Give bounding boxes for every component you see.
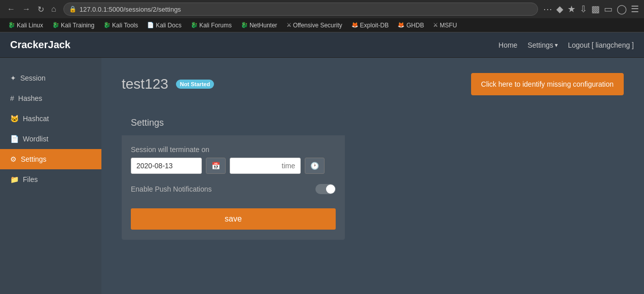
sidebar-files-label: Files [23, 175, 38, 183]
bookmark-msfu[interactable]: ⚔ MSFU [429, 21, 461, 30]
terminate-date-group: Session will terminate on 📅 🕐 [131, 145, 336, 174]
bookmark-nethunter[interactable]: 🐉 NetHunter [237, 21, 281, 30]
sidebar-item-settings[interactable]: ⚙ Settings [0, 149, 101, 169]
bookmark-kali-training-label: Kali Training [61, 22, 94, 29]
calendar-button[interactable]: 📅 [206, 158, 226, 174]
kali-forums-icon: 🐉 [191, 22, 198, 28]
address-bar[interactable]: 🔒 127.0.0.1:5000/sessions/2/settings [63, 3, 538, 16]
wordlist-icon: 📄 [10, 135, 19, 143]
more-options-icon[interactable]: ⋯ [543, 4, 552, 15]
app-brand[interactable]: CrackerJack [10, 39, 70, 51]
hamburger-icon[interactable]: ☰ [631, 4, 639, 15]
app-nav: Home Settings Logout [ liangcheng ] [498, 41, 634, 49]
bookmark-exploit-db[interactable]: 🦊 Exploit-DB [347, 21, 393, 30]
bookmark-kali-tools[interactable]: 🐉 Kali Tools [99, 21, 142, 30]
bookmark-star-icon[interactable]: ★ [567, 4, 576, 15]
settings-icon: ⚙ [10, 155, 17, 163]
kali-tools-icon: 🐉 [103, 22, 111, 28]
sidebar: ✦ Session # Hashes 🐱 Hashcat 📄 Wordlist … [0, 58, 101, 294]
status-badge: Not Started [176, 80, 214, 89]
bookmarks-bar: 🐉 Kali Linux 🐉 Kali Training 🐉 Kali Tool… [0, 18, 644, 32]
bookmark-exploit-db-label: Exploit-DB [360, 22, 389, 29]
nav-home[interactable]: Home [498, 41, 517, 49]
push-notifications-label: Enable Push Notifications [131, 185, 212, 193]
date-time-row: 📅 🕐 [131, 158, 336, 174]
kali-training-icon: 🐉 [52, 22, 59, 28]
terminate-label: Session will terminate on [131, 145, 336, 154]
kali-docs-icon: 📄 [147, 22, 154, 28]
app-header: CrackerJack Home Settings Logout [ liang… [0, 32, 644, 58]
bookmark-ghdb[interactable]: 🦊 GHDB [393, 21, 428, 30]
reload-button[interactable]: ↻ [35, 4, 46, 15]
bookmark-kali-training[interactable]: 🐉 Kali Training [48, 21, 98, 30]
page-body: test123 Not Started Click here to identi… [101, 58, 644, 294]
sidebar-item-wordlist[interactable]: 📄 Wordlist [0, 129, 101, 149]
bookmark-kali-linux[interactable]: 🐉 Kali Linux [4, 21, 47, 30]
sidebar-settings-label: Settings [21, 155, 47, 163]
home-button[interactable]: ⌂ [49, 4, 58, 15]
bookmark-kali-forums-label: Kali Forums [199, 22, 232, 29]
session-icon: ✦ [10, 74, 16, 82]
bookmark-kali-linux-label: Kali Linux [17, 22, 43, 29]
session-title: test123 [122, 76, 168, 92]
date-input[interactable] [131, 158, 202, 174]
reader-icon[interactable]: ▭ [604, 4, 613, 15]
settings-card: Settings Session will terminate on 📅 🕐 E… [122, 111, 345, 240]
back-button[interactable]: ← [5, 4, 17, 15]
sidebar-item-hashes[interactable]: # Hashes [0, 88, 101, 108]
bookmark-msfu-label: MSFU [440, 22, 457, 29]
time-input[interactable] [230, 158, 301, 174]
files-icon: 📁 [10, 175, 19, 183]
sidebar-hashes-label: Hashes [18, 94, 42, 102]
offensive-security-icon: ⚔ [287, 22, 292, 28]
toggle-row: Enable Push Notifications [131, 184, 336, 194]
sidebar-item-files[interactable]: 📁 Files [0, 169, 101, 190]
hashes-icon: # [10, 94, 14, 102]
settings-card-body: Session will terminate on 📅 🕐 Enable Pus… [122, 135, 345, 240]
clock-button[interactable]: 🕐 [305, 158, 325, 174]
hashcat-icon: 🐱 [10, 115, 19, 123]
bookmark-offensive-security[interactable]: ⚔ Offensive Security [282, 21, 346, 30]
sidebar-item-hashcat[interactable]: 🐱 Hashcat [0, 108, 101, 129]
browser-nav-buttons: ← → ↻ ⌂ [5, 4, 58, 15]
settings-card-title: Settings [131, 118, 336, 128]
kali-linux-icon: 🐉 [8, 22, 15, 28]
bookmark-kali-docs-label: Kali Docs [156, 22, 182, 29]
nethunter-icon: 🐉 [241, 22, 248, 28]
settings-card-header: Settings [122, 111, 345, 135]
pocket-icon[interactable]: ◆ [556, 4, 563, 15]
session-header: test123 Not Started Click here to identi… [122, 73, 624, 95]
bookmark-ghdb-label: GHDB [406, 22, 424, 29]
bookmark-offensive-security-label: Offensive Security [293, 22, 342, 29]
sidebar-item-session[interactable]: ✦ Session [0, 68, 101, 88]
account-icon[interactable]: ◯ [617, 4, 627, 15]
sidebar-session-label: Session [20, 74, 46, 82]
ghdb-icon: 🦊 [398, 22, 405, 28]
address-text: 127.0.0.1:5000/sessions/2/settings [80, 6, 181, 13]
msfu-icon: ⚔ [433, 22, 438, 28]
nav-logout[interactable]: Logout [ liangcheng ] [568, 41, 634, 49]
exploit-db-icon: 🦊 [351, 22, 359, 28]
save-button[interactable]: save [131, 208, 336, 230]
lock-icon: 🔒 [69, 6, 77, 13]
push-notifications-toggle[interactable] [315, 184, 336, 194]
bookmark-nethunter-label: NetHunter [249, 22, 277, 29]
nav-settings[interactable]: Settings [527, 41, 558, 49]
library-icon[interactable]: ▩ [591, 4, 600, 15]
download-icon[interactable]: ⇩ [580, 4, 587, 15]
identify-missing-config-button[interactable]: Click here to identify missing configura… [471, 73, 624, 95]
bookmark-kali-forums[interactable]: 🐉 Kali Forums [187, 21, 236, 30]
browser-chrome: ← → ↻ ⌂ 🔒 127.0.0.1:5000/sessions/2/sett… [0, 0, 644, 18]
session-title-area: test123 Not Started [122, 76, 214, 92]
browser-menu-area: ⋯ ◆ ★ ⇩ ▩ ▭ ◯ ☰ [543, 4, 639, 15]
forward-button[interactable]: → [20, 4, 32, 15]
toggle-knob [326, 185, 335, 194]
sidebar-hashcat-label: Hashcat [23, 115, 49, 123]
main-content: ✦ Session # Hashes 🐱 Hashcat 📄 Wordlist … [0, 58, 644, 294]
bookmark-kali-docs[interactable]: 📄 Kali Docs [143, 21, 186, 30]
push-notifications-group: Enable Push Notifications [131, 184, 336, 194]
sidebar-wordlist-label: Wordlist [23, 135, 48, 143]
bookmark-kali-tools-label: Kali Tools [112, 22, 138, 29]
